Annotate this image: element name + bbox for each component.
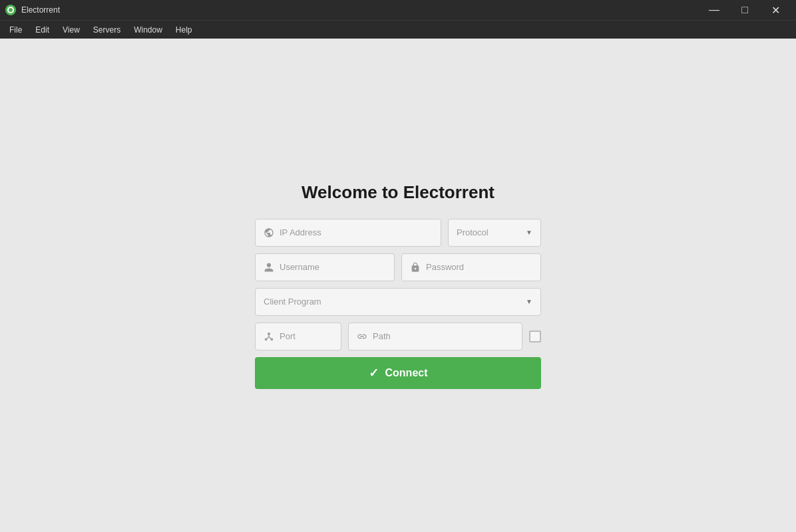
network-icon <box>264 331 274 342</box>
ip-protocol-row: Protocol HTTP HTTPS ▼ <box>255 219 541 247</box>
port-wrapper <box>255 323 341 350</box>
client-program-row: Client Program uTorrent qBittorrent Delu… <box>255 288 541 316</box>
app-title: Electorrent <box>21 5 60 15</box>
connect-label: Connect <box>385 367 428 379</box>
path-wrapper <box>348 323 522 350</box>
maximize-button[interactable]: □ <box>729 0 760 20</box>
login-form: Welcome to Electorrent Protocol HTTP HTT… <box>255 182 541 389</box>
credentials-row <box>255 253 541 281</box>
ip-address-wrapper <box>255 219 441 247</box>
username-wrapper <box>255 253 395 281</box>
close-button[interactable]: ✕ <box>760 0 791 20</box>
client-program-wrapper: Client Program uTorrent qBittorrent Delu… <box>255 288 541 316</box>
app-icon <box>5 5 16 15</box>
user-icon <box>264 262 274 273</box>
port-input[interactable] <box>280 331 333 341</box>
title-bar: Electorrent — □ ✕ <box>0 0 796 20</box>
ip-address-input[interactable] <box>280 227 433 237</box>
client-program-dropdown-arrow: ▼ <box>526 298 532 305</box>
globe-icon <box>264 227 274 238</box>
connect-button[interactable]: ✓ Connect <box>255 357 541 389</box>
client-program-select[interactable]: Client Program uTorrent qBittorrent Delu… <box>264 297 523 307</box>
protocol-wrapper: Protocol HTTP HTTPS ▼ <box>448 219 541 247</box>
title-bar-left: Electorrent <box>5 5 60 15</box>
menu-servers[interactable]: Servers <box>87 23 127 37</box>
menu-file[interactable]: File <box>3 23 29 37</box>
connect-checkmark-icon: ✓ <box>369 366 379 380</box>
menu-edit[interactable]: Edit <box>29 23 56 37</box>
protocol-dropdown-arrow: ▼ <box>526 229 532 236</box>
menu-view[interactable]: View <box>56 23 87 37</box>
menu-window[interactable]: Window <box>127 23 169 37</box>
password-wrapper <box>401 253 541 281</box>
minimize-button[interactable]: — <box>699 0 729 20</box>
window-controls: — □ ✕ <box>699 0 791 20</box>
port-path-row <box>255 323 541 350</box>
main-content: Welcome to Electorrent Protocol HTTP HTT… <box>0 39 796 532</box>
protocol-select[interactable]: Protocol HTTP HTTPS <box>457 227 523 237</box>
welcome-title: Welcome to Electorrent <box>301 182 495 203</box>
link-icon <box>357 331 367 342</box>
password-input[interactable] <box>426 262 532 272</box>
username-input[interactable] <box>280 262 386 272</box>
menu-bar: File Edit View Servers Window Help <box>0 20 796 39</box>
lock-icon <box>410 262 421 273</box>
menu-help[interactable]: Help <box>169 23 199 37</box>
path-input[interactable] <box>373 331 514 341</box>
checkbox[interactable] <box>529 331 541 342</box>
